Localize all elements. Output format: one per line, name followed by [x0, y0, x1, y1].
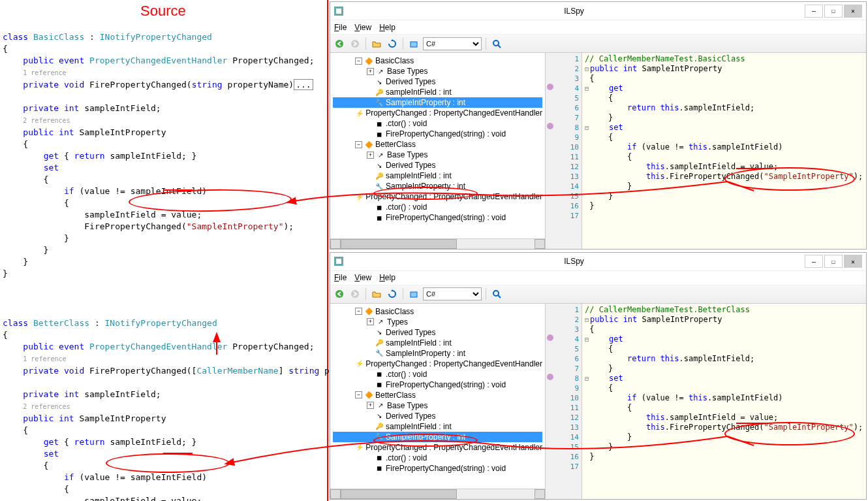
search-button-2[interactable]	[490, 287, 503, 300]
source-panel: class BasicClass : INotifyPropertyChange…	[0, 0, 328, 501]
tree-panel-2[interactable]: −🔶BasicClass +↗Types ↘Derived Types 🔑sam…	[330, 304, 546, 500]
line-gutter: 1234567891011121314151617	[557, 53, 582, 249]
svg-point-9	[335, 290, 343, 298]
tree-bb2-fire[interactable]: ◼FirePropertyChanged(string) : void	[333, 463, 542, 474]
code-panel[interactable]: 1234567891011121314151617 // CallerMembe…	[546, 53, 866, 249]
tree-b2-fire[interactable]: ◼FirePropertyChanged(string) : void	[333, 380, 542, 390]
svg-point-12	[493, 291, 499, 296]
refresh-button[interactable]	[386, 37, 399, 50]
decompiled-code-2: // CallerMemberNameTest.BetterClass ⊟pub…	[582, 304, 866, 500]
tree-basetypes2[interactable]: +↗Base Types	[333, 150, 542, 160]
toolbar-2: C#	[330, 285, 866, 304]
language-select[interactable]: C#	[423, 37, 482, 50]
tree-ctor[interactable]: ◼.ctor() : void	[333, 118, 542, 129]
tree-bb2-derived[interactable]: ↘Derived Types	[333, 411, 542, 421]
app-icon	[334, 7, 343, 16]
tree-b2-field[interactable]: 🔑sampleIntField : int	[333, 338, 542, 348]
tree-b2-prop[interactable]: 🔧SampleIntProperty : int	[333, 348, 542, 359]
property-set-icon-2	[547, 374, 553, 380]
forward-button[interactable]	[349, 37, 362, 50]
tree-fire[interactable]: ◼FirePropertyChanged(string) : void	[333, 129, 542, 139]
decompiled-panel: ILSpy — ☐ ✕ File View Help C#	[328, 0, 868, 501]
window-title-2: ILSpy	[343, 257, 805, 266]
tree-bb2-basetypes[interactable]: +↗Base Types	[333, 400, 542, 411]
code-panel-2[interactable]: 1234567891011121314151617 // CallerMembe…	[546, 304, 866, 500]
svg-rect-4	[411, 42, 417, 47]
menu-view[interactable]: View	[354, 23, 371, 32]
app-icon	[334, 257, 343, 266]
close-button[interactable]: ✕	[844, 5, 862, 18]
tree-prop-selected[interactable]: 🔧SampleIntProperty : int	[333, 97, 542, 108]
tree-field[interactable]: 🔑sampleIntField : int	[333, 87, 542, 97]
tree-derived[interactable]: ↘Derived Types	[333, 76, 542, 87]
svg-point-2	[335, 40, 343, 48]
open-button[interactable]	[370, 37, 383, 50]
svg-point-3	[351, 40, 359, 48]
menu-help-2[interactable]: Help	[379, 273, 395, 282]
annotation-strike-1	[163, 189, 193, 191]
tree-event[interactable]: ⚡PropertyChanged : PropertyChangedEventH…	[333, 108, 542, 118]
title-bar[interactable]: ILSpy — ☐ ✕	[330, 2, 866, 20]
menu-file-2[interactable]: File	[334, 273, 347, 282]
tree-bb2-field[interactable]: 🔑sampleIntField : int	[333, 421, 542, 432]
annotation-strike-2	[163, 453, 193, 454]
menu-file[interactable]: File	[334, 23, 347, 32]
tree-scrollbar[interactable]	[330, 238, 545, 249]
source-code-better: class BetterClass : INotifyPropertyChang…	[3, 306, 324, 501]
tree-class-better-2[interactable]: −🔶BetterClass	[333, 390, 542, 400]
svg-line-13	[498, 295, 501, 298]
tree-b2-derived[interactable]: ↘Derived Types	[333, 327, 542, 338]
window-title: ILSpy	[343, 7, 805, 16]
tree-panel[interactable]: −🔶BasicClass +↗Base Types ↘Derived Types…	[330, 53, 546, 249]
tree-field2[interactable]: 🔑sampleIntField : int	[333, 170, 542, 181]
svg-rect-1	[336, 8, 341, 14]
property-set-icon	[547, 123, 553, 129]
source-code-basic: class BasicClass : INotifyPropertyChange…	[3, 20, 324, 280]
forward-button-2[interactable]	[349, 287, 362, 300]
close-button-2[interactable]: ✕	[844, 255, 862, 268]
tree-class-basic[interactable]: −🔶BasicClass	[333, 56, 542, 66]
refresh-button-2[interactable]	[386, 287, 399, 300]
tree-b2-event[interactable]: ⚡PropertyChanged : PropertyChangedEventH…	[333, 359, 542, 369]
tree-b2-ctor[interactable]: ◼.ctor() : void	[333, 369, 542, 380]
search-button[interactable]	[490, 37, 503, 50]
tree-fire2[interactable]: ◼FirePropertyChanged(string) : void	[333, 212, 542, 223]
tree-event2[interactable]: ⚡PropertyChanged : PropertyChangedEventH…	[333, 191, 542, 202]
tree-basetypes[interactable]: +↗Base Types	[333, 66, 542, 76]
back-button[interactable]	[333, 37, 346, 50]
property-get-icon-2	[547, 334, 553, 341]
minimize-button[interactable]: —	[805, 5, 823, 18]
tree-bb2-event[interactable]: ⚡PropertyChanged : PropertyChangedEventH…	[333, 442, 542, 453]
assembly-button-2[interactable]	[407, 287, 420, 300]
back-button-2[interactable]	[333, 287, 346, 300]
tree-derived2[interactable]: ↘Derived Types	[333, 160, 542, 170]
svg-point-10	[351, 290, 359, 298]
tree-prop2[interactable]: 🔧SampleIntProperty : int	[333, 181, 542, 191]
tree-class-better[interactable]: −🔶BetterClass	[333, 139, 542, 150]
maximize-button-2[interactable]: ☐	[824, 255, 843, 268]
title-bar-2[interactable]: ILSpy — ☐ ✕	[330, 253, 866, 271]
svg-rect-11	[411, 292, 417, 297]
property-get-icon	[547, 84, 553, 90]
menu-help[interactable]: Help	[379, 23, 395, 32]
menu-bar-2: File View Help	[330, 271, 866, 285]
minimize-button-2[interactable]: —	[805, 255, 823, 268]
assembly-button[interactable]	[407, 37, 420, 50]
tree-class-basic-2[interactable]: −🔶BasicClass	[333, 306, 542, 317]
open-button-2[interactable]	[370, 287, 383, 300]
line-gutter-2: 1234567891011121314151617	[557, 304, 582, 500]
tree-ctor2[interactable]: ◼.ctor() : void	[333, 202, 542, 212]
svg-line-6	[498, 45, 501, 48]
svg-rect-8	[336, 259, 341, 264]
tree-bb2-ctor[interactable]: ◼.ctor() : void	[333, 453, 542, 463]
tree-bb2-prop-selected[interactable]: 🔧SampleIntProperty : int	[333, 432, 542, 442]
menu-view-2[interactable]: View	[354, 273, 371, 282]
tree-scrollbar-2[interactable]	[330, 489, 545, 499]
tree-b2-types[interactable]: +↗Types	[333, 317, 542, 327]
annotation-strike-4	[736, 423, 766, 424]
language-select-2[interactable]: C#	[423, 287, 482, 300]
annotation-strike-3	[736, 168, 766, 169]
ilspy-window-top: ILSpy — ☐ ✕ File View Help C#	[330, 1, 867, 250]
menu-bar: File View Help	[330, 20, 866, 35]
maximize-button[interactable]: ☐	[824, 5, 843, 18]
